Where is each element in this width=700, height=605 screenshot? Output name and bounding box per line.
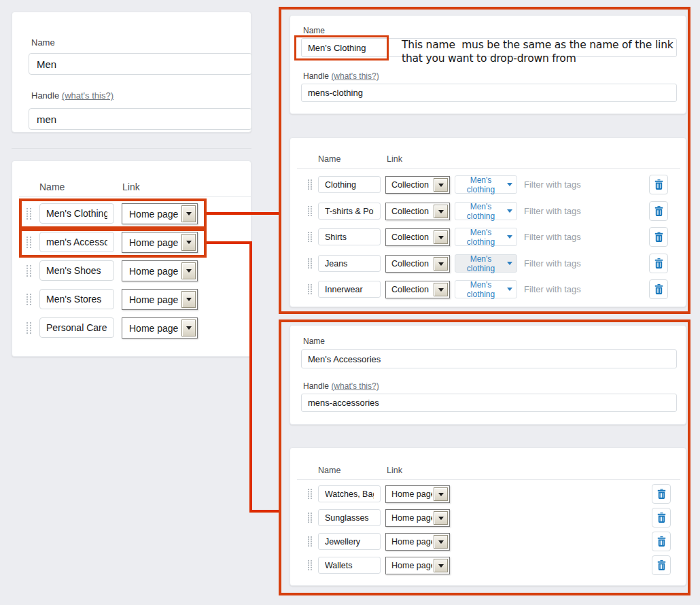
- collection-dropdown-button[interactable]: Men's clothing: [455, 280, 517, 298]
- collection-dropdown-button[interactable]: Men's clothing: [455, 254, 517, 273]
- collection-dropdown-button[interactable]: Men's clothing: [455, 228, 517, 246]
- link-select-value: Home page: [386, 561, 432, 570]
- drag-handle-icon[interactable]: [307, 232, 313, 242]
- caret-down-icon: [507, 235, 512, 239]
- drag-handle-icon[interactable]: [307, 513, 313, 523]
- drag-handle-icon[interactable]: [307, 489, 313, 499]
- trash-icon: [654, 258, 663, 269]
- caret-down-icon: [507, 262, 512, 265]
- link-select[interactable]: Home page: [385, 557, 450, 574]
- menu-items-card-left: Name Link Home page Home page H: [12, 160, 251, 357]
- item-name-input[interactable]: [318, 228, 381, 245]
- item-name-input[interactable]: [39, 289, 114, 309]
- item-name-input[interactable]: [39, 203, 114, 224]
- select-arrow-icon: [434, 487, 448, 501]
- collection-name: Men's clothing: [459, 254, 502, 273]
- trash-button[interactable]: [652, 555, 671, 575]
- link-select[interactable]: Home page: [122, 260, 198, 281]
- link-select[interactable]: Collection: [385, 228, 450, 246]
- item-name-input[interactable]: [318, 485, 381, 502]
- filter-with-tags-field[interactable]: Filter with tags: [524, 232, 581, 242]
- item-name-input[interactable]: [318, 255, 381, 272]
- select-arrow-icon: [434, 230, 448, 244]
- link-select-value: Home page: [386, 537, 432, 547]
- submenu-handle-input[interactable]: [301, 394, 677, 412]
- name-label: Name: [303, 336, 325, 346]
- menu-name-input[interactable]: [29, 53, 252, 75]
- link-select[interactable]: Home page: [385, 509, 450, 527]
- drag-handle-icon[interactable]: [307, 560, 313, 570]
- link-select[interactable]: Home page: [385, 533, 450, 551]
- drag-handle-icon[interactable]: [307, 536, 313, 547]
- link-select-value: Home page: [122, 209, 180, 220]
- link-select[interactable]: Collection: [385, 176, 450, 194]
- link-select[interactable]: Home page: [122, 289, 198, 310]
- menu-handle-input[interactable]: [29, 108, 252, 130]
- drag-dots-icon: [26, 208, 32, 220]
- link-select-value: Home page: [386, 513, 432, 523]
- name-column-header: Name: [318, 466, 340, 475]
- item-name-input[interactable]: [318, 509, 381, 526]
- trash-button[interactable]: [649, 227, 668, 247]
- caret-down-icon: [507, 209, 512, 213]
- name-label: Name: [31, 37, 55, 48]
- trash-button[interactable]: [652, 508, 671, 528]
- trash-button[interactable]: [649, 201, 668, 221]
- trash-button[interactable]: [652, 532, 671, 551]
- trash-button[interactable]: [652, 484, 671, 504]
- trash-button[interactable]: [649, 254, 668, 273]
- accessories-form-card: Name Handle (what's this?): [290, 325, 686, 425]
- trash-button[interactable]: [649, 175, 668, 194]
- item-name-input[interactable]: [39, 260, 114, 281]
- item-name-input[interactable]: [39, 232, 114, 252]
- link-select[interactable]: Home page: [122, 232, 198, 253]
- link-select-value: Home page: [122, 294, 180, 305]
- filter-with-tags-field[interactable]: Filter with tags: [524, 206, 581, 216]
- handle-label-text: Handle: [303, 381, 329, 391]
- handle-label-text: Handle: [303, 71, 329, 81]
- drag-dots-icon: [26, 294, 32, 305]
- filter-with-tags-field[interactable]: Filter with tags: [524, 179, 581, 190]
- item-name-input[interactable]: [39, 317, 114, 338]
- submenu-name-input[interactable]: [301, 349, 677, 368]
- name-label: Name: [303, 26, 325, 35]
- drag-handle-icon[interactable]: [307, 258, 313, 269]
- collection-dropdown-button[interactable]: Men's clothing: [455, 175, 517, 194]
- link-select-value: Collection: [386, 180, 432, 190]
- item-name-input[interactable]: [318, 203, 381, 220]
- drag-handle-icon[interactable]: [26, 265, 32, 277]
- collection-name: Men's clothing: [459, 228, 502, 247]
- drag-handle-icon[interactable]: [26, 208, 32, 220]
- item-name-input[interactable]: [318, 557, 381, 574]
- drag-handle-icon[interactable]: [307, 179, 313, 190]
- item-name-input[interactable]: [318, 176, 381, 193]
- drag-handle-icon[interactable]: [26, 294, 32, 305]
- link-select[interactable]: Collection: [385, 203, 450, 220]
- link-select[interactable]: Home page: [385, 485, 450, 503]
- drag-handle-icon[interactable]: [26, 322, 32, 334]
- trash-icon: [654, 232, 663, 242]
- drag-handle-icon[interactable]: [26, 237, 32, 248]
- whats-this-link[interactable]: (what's this?): [62, 90, 113, 101]
- link-select[interactable]: Home page: [122, 317, 198, 339]
- collection-dropdown-button[interactable]: Men's clothing: [455, 202, 517, 220]
- trash-icon: [657, 513, 666, 523]
- link-select[interactable]: Home page: [122, 203, 198, 224]
- item-name-input[interactable]: [318, 533, 381, 550]
- filter-with-tags-field[interactable]: Filter with tags: [524, 284, 581, 294]
- drag-dots-icon: [307, 284, 313, 294]
- drag-handle-icon[interactable]: [307, 284, 313, 294]
- drag-dots-icon: [307, 206, 313, 216]
- select-arrow-icon: [434, 283, 448, 296]
- drag-handle-icon[interactable]: [307, 206, 313, 216]
- link-select-value: Collection: [386, 232, 432, 242]
- filter-with-tags-field[interactable]: Filter with tags: [524, 258, 581, 269]
- submenu-handle-input[interactable]: [301, 84, 677, 102]
- whats-this-link[interactable]: (what's this?): [331, 71, 379, 81]
- link-select[interactable]: Collection: [385, 281, 450, 298]
- trash-button[interactable]: [649, 279, 668, 299]
- link-select[interactable]: Collection: [385, 255, 450, 273]
- item-name-input[interactable]: [318, 281, 381, 298]
- trash-icon: [654, 284, 663, 294]
- whats-this-link[interactable]: (what's this?): [331, 381, 379, 391]
